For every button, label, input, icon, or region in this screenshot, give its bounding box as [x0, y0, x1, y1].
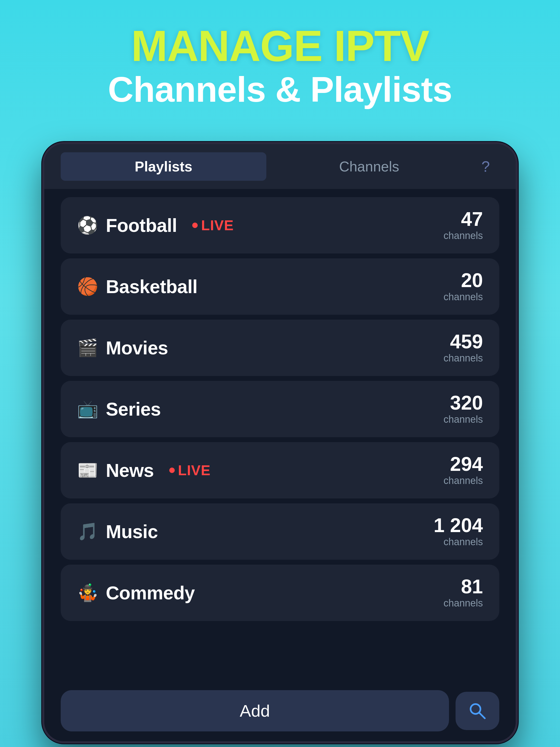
- device-frame: Playlists Channels ? ⚽FootballLIVE47chan…: [42, 142, 518, 743]
- playlist-item-right: 294channels: [443, 454, 483, 486]
- playlist-item-commedy[interactable]: 🤹Commedy81channels: [61, 565, 499, 621]
- football-count-label: channels: [443, 230, 483, 241]
- playlist-item-left: 🎬Movies: [77, 337, 168, 358]
- movies-count: 459: [443, 332, 483, 351]
- music-emoji: 🎵: [77, 523, 98, 540]
- playlist-item-music[interactable]: 🎵Music1 204channels: [61, 504, 499, 560]
- playlist-item-right: 1 204channels: [434, 515, 483, 548]
- add-button[interactable]: Add: [61, 690, 449, 731]
- commedy-emoji: 🤹: [77, 584, 98, 601]
- series-count: 320: [443, 393, 483, 413]
- series-emoji: 📺: [77, 401, 98, 417]
- news-count: 294: [443, 454, 483, 474]
- news-name: News: [106, 460, 154, 481]
- live-text: LIVE: [178, 462, 211, 479]
- tab-help[interactable]: ?: [472, 152, 499, 181]
- basketball-count: 20: [443, 271, 483, 290]
- playlist-item-right: 47channels: [443, 209, 483, 241]
- playlist-item-right: 320channels: [443, 393, 483, 425]
- playlist-item-basketball[interactable]: 🏀Basketball20channels: [61, 258, 499, 315]
- news-count-label: channels: [443, 475, 483, 486]
- commedy-name: Commedy: [106, 582, 195, 603]
- playlist-item-right: 20channels: [443, 271, 483, 303]
- live-dot: [169, 468, 175, 473]
- playlist-item-right: 81channels: [443, 577, 483, 609]
- live-dot: [192, 223, 198, 228]
- header-title-sub: Channels & Playlists: [108, 70, 452, 109]
- device-screen: Playlists Channels ? ⚽FootballLIVE47chan…: [44, 144, 516, 741]
- music-name: Music: [106, 521, 158, 542]
- playlist-item-news[interactable]: 📰NewsLIVE294channels: [61, 442, 499, 498]
- playlist-item-left: 📰NewsLIVE: [77, 460, 210, 481]
- bottom-bar: Add: [44, 684, 516, 741]
- search-icon: [468, 701, 487, 720]
- playlist-item-football[interactable]: ⚽FootballLIVE47channels: [61, 197, 499, 254]
- header-title-main: MANAGE IPTV: [108, 22, 452, 70]
- series-count-label: channels: [443, 414, 483, 425]
- music-count: 1 204: [434, 515, 483, 535]
- playlist-item-series[interactable]: 📺Series320channels: [61, 381, 499, 437]
- commedy-count: 81: [443, 577, 483, 596]
- tab-channels[interactable]: Channels: [266, 152, 472, 181]
- playlist-item-movies[interactable]: 🎬Movies459channels: [61, 319, 499, 376]
- playlist-item-left: ⚽FootballLIVE: [77, 215, 234, 236]
- news-live-badge: LIVE: [169, 462, 211, 479]
- app-header: MANAGE IPTV Channels & Playlists: [108, 22, 452, 109]
- music-count-label: channels: [434, 536, 483, 548]
- basketball-emoji: 🏀: [77, 278, 98, 295]
- playlist-item-left: 🎵Music: [77, 521, 158, 542]
- movies-count-label: channels: [443, 353, 483, 364]
- playlist-item-left: 🤹Commedy: [77, 582, 195, 603]
- movies-emoji: 🎬: [77, 339, 98, 356]
- commedy-count-label: channels: [443, 597, 483, 609]
- football-name: Football: [106, 215, 177, 236]
- tab-bar: Playlists Channels ?: [44, 144, 516, 189]
- search-button[interactable]: [456, 692, 499, 730]
- movies-name: Movies: [106, 337, 168, 358]
- basketball-name: Basketball: [106, 276, 198, 297]
- football-count: 47: [443, 209, 483, 229]
- basketball-count-label: channels: [443, 291, 483, 303]
- football-emoji: ⚽: [77, 217, 98, 234]
- playlist-list: ⚽FootballLIVE47channels🏀Basketball20chan…: [44, 189, 516, 684]
- playlist-item-left: 🏀Basketball: [77, 276, 198, 297]
- live-text: LIVE: [201, 217, 234, 233]
- football-live-badge: LIVE: [192, 217, 234, 233]
- news-emoji: 📰: [77, 462, 98, 479]
- playlist-item-left: 📺Series: [77, 398, 161, 420]
- series-name: Series: [106, 398, 161, 420]
- tab-playlists[interactable]: Playlists: [61, 152, 266, 181]
- playlist-item-right: 459channels: [443, 332, 483, 364]
- svg-line-1: [479, 713, 485, 718]
